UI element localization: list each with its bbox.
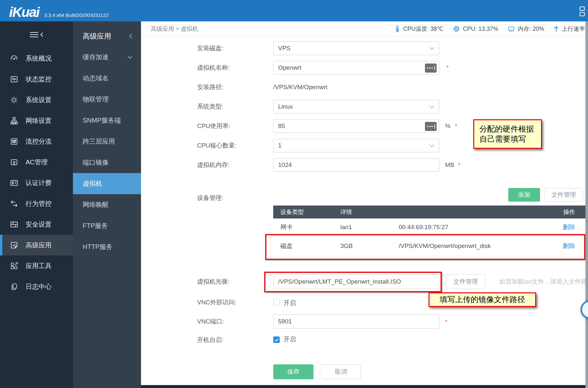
file-manager-button[interactable]: 文件管理	[545, 188, 583, 202]
bottom-edge-bar	[141, 385, 588, 388]
sidebar-item-system-settings[interactable]: 系统设置	[0, 89, 73, 110]
file-manager-cdrom-button[interactable]: 文件管理	[446, 274, 486, 289]
submenu-item-cross-l3[interactable]: 跨三层应用	[73, 131, 141, 152]
install-path-value: /VPS/KVM/Openwrt	[273, 80, 327, 94]
chevron-down-icon	[429, 47, 434, 50]
access-point-icon	[10, 158, 18, 167]
vnc-external-checkbox-label: 开启	[284, 299, 296, 307]
sidebar-item-log-center[interactable]: 日志中心	[0, 276, 73, 297]
vm-name-input[interactable]	[274, 61, 439, 74]
cpu-cores-label: CPU核心数量:	[197, 139, 270, 152]
panel-collapse-icon[interactable]	[129, 33, 133, 39]
firewall-icon	[10, 220, 18, 229]
sidebar-item-system-overview[interactable]: 系统概况	[0, 48, 73, 69]
install-disk-select[interactable]: VPS	[273, 41, 439, 55]
table-row-nic: 网卡 lan1 00:44:69:19:75:27 删除	[273, 218, 588, 236]
memory-input[interactable]	[274, 159, 439, 171]
cdrom-label: 虚拟机光驱:	[197, 274, 270, 289]
device-mgmt-label: 设备管理:	[197, 191, 270, 205]
sidebar-item-label: 认证计费	[26, 179, 52, 187]
ime-keyboard-icon[interactable]	[425, 64, 437, 73]
cdrom-field-wrap	[273, 274, 439, 289]
monitor-wave-icon	[10, 75, 18, 84]
sidebar-item-label: 应用工具	[26, 262, 52, 270]
sidebar-item-behavior-control[interactable]: 行为管控	[0, 193, 73, 214]
cpu-temp-status: CPU温度: 38℃	[394, 25, 443, 33]
memory-icon	[507, 25, 515, 33]
cdrom-hint: 如需加载iso文件，请填入文件路径	[499, 274, 588, 289]
sidebar-item-label: 日志中心	[26, 282, 52, 291]
memory-field-wrap	[273, 158, 439, 172]
vnc-port-input[interactable]	[274, 315, 439, 328]
network-icon	[10, 116, 18, 125]
ime-keyboard-icon[interactable]	[425, 122, 437, 131]
submenu-item-http-service[interactable]: HTTP服务	[73, 236, 141, 257]
submenu-item-ddns[interactable]: 动态域名	[73, 68, 141, 89]
sidebar-item-label: 状态监控	[26, 75, 52, 84]
arrow-up-icon	[553, 25, 559, 32]
swap-arrows-icon	[10, 199, 18, 208]
sidebar-item-label: 安全设置	[26, 220, 52, 229]
required-mark: *	[458, 161, 460, 169]
vnc-external-label: VNC外部访问:	[197, 298, 270, 307]
sidebar-item-advanced-apps[interactable]: 高级应用	[0, 235, 73, 255]
autostart-label: 开机自启:	[197, 335, 270, 345]
submenu-item-virtual-machine[interactable]: 虚拟机	[73, 173, 141, 194]
vertical-scrollbar[interactable]	[585, 21, 588, 388]
submenu-item-port-mirror[interactable]: 端口镜像	[73, 152, 141, 173]
mobile-device-icon[interactable]	[580, 6, 585, 18]
secondary-sidebar: 高级应用 缓存加速 动态域名 物联管理 SNMP服务端 跨三层应用 端口镜像 虚…	[73, 21, 141, 388]
submenu-item-wake-on-lan[interactable]: 网络唤醒	[73, 194, 141, 215]
submenu-item-ftp-service[interactable]: FTP服务	[73, 215, 141, 236]
sidebar-item-label: 高级应用	[26, 241, 52, 250]
sidebar-item-label: 行为管控	[26, 199, 52, 208]
sidebar-item-label: 网络设置	[26, 116, 52, 125]
app-header: iKuai 3.3.4 x64 Build202003231122	[0, 0, 588, 21]
cpu-rate-field-wrap	[273, 119, 439, 133]
submenu-item-snmp-server[interactable]: SNMP服务端	[73, 110, 141, 131]
sidebar-item-app-tools[interactable]: 应用工具	[0, 255, 73, 276]
required-mark: *	[445, 318, 447, 325]
submenu-item-iot-management[interactable]: 物联管理	[73, 89, 141, 110]
cpu-rate-input[interactable]	[274, 120, 439, 133]
ikuai-logo: iKuai	[9, 6, 39, 19]
autostart-checkbox-label: 开启	[284, 335, 296, 344]
sidebar-item-status-monitor[interactable]: 状态监控	[0, 69, 73, 89]
os-type-label: 系统类型:	[197, 100, 270, 113]
id-card-icon	[10, 179, 18, 187]
sidebar-item-label: 系统设置	[26, 96, 52, 104]
annotation-note-iso: 填写上传的镜像文件路径	[429, 292, 536, 307]
sidebar-item-ac-management[interactable]: AC管理	[0, 152, 73, 172]
add-device-button[interactable]: 添加	[508, 188, 540, 202]
cpu-chip-icon	[453, 25, 460, 33]
required-mark: *	[455, 123, 457, 130]
vm-name-field-wrap	[273, 61, 439, 75]
chevron-left-icon	[40, 32, 43, 37]
primary-sidebar: 系统概况 状态监控 系统设置 网络设置 流控分流 AC管理 认证计费 行为管控	[0, 21, 73, 388]
submenu-item-cache-acceleration[interactable]: 缓存加速	[73, 47, 141, 68]
sidebar-item-flow-control[interactable]: 流控分流	[0, 131, 73, 152]
sidebar-item-network-settings[interactable]: 网络设置	[0, 110, 73, 131]
gear-icon	[10, 96, 18, 104]
cdrom-path-input[interactable]	[274, 275, 439, 289]
cancel-button[interactable]: 取消	[321, 364, 361, 379]
chevron-down-icon	[127, 56, 133, 59]
submenu-title: 高级应用	[83, 31, 111, 41]
sidebar-item-auth-billing[interactable]: 认证计费	[0, 172, 73, 193]
autostart-checkbox[interactable]	[273, 336, 280, 343]
vnc-port-field-wrap	[273, 314, 439, 329]
sidebar-item-security-settings[interactable]: 安全设置	[0, 214, 73, 235]
os-type-select[interactable]: Linux	[273, 100, 439, 113]
delete-link[interactable]: 删除	[563, 224, 575, 230]
breadcrumb: 高级应用 > 虚拟机	[151, 25, 198, 33]
logs-icon	[10, 282, 18, 291]
delete-link[interactable]: 删除	[563, 242, 575, 249]
cpu-cores-select[interactable]: 1	[273, 139, 439, 152]
sidebar-collapse-icon[interactable]	[30, 30, 43, 39]
vnc-external-checkbox[interactable]	[273, 299, 280, 305]
app-tools-icon	[10, 262, 18, 270]
cpu-rate-label: CPU使用率:	[197, 119, 270, 133]
save-button[interactable]: 保存	[273, 364, 313, 379]
annotation-note-hardware: 分配的硬件根据 自己需要填写	[473, 119, 542, 149]
required-mark: *	[446, 64, 449, 71]
